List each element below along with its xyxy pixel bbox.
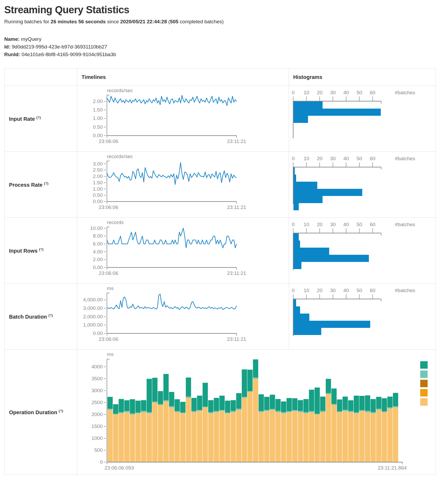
svg-text:23:06:06: 23:06:06 [99,270,118,276]
svg-text:2.00: 2.00 [93,257,103,262]
id-label: Id: [4,44,10,50]
since-word: since [106,19,120,24]
svg-text:10.00: 10.00 [90,225,103,231]
help-tooltip-icon[interactable]: (?) [59,409,63,413]
input-rows-label: Input Rows (?) [4,218,77,284]
start-timestamp: 2020/05/21 22:44:28 [120,19,167,24]
svg-text:23:11:21: 23:11:21 [227,336,246,342]
query-metadata: Name: myQuery Id: 9d0dd219-995d-423e-b97… [4,35,444,58]
runid-label: RunId: [4,52,20,57]
svg-text:23:11:21: 23:11:21 [227,139,246,144]
svg-text:0.00: 0.00 [93,133,103,138]
svg-text:60: 60 [370,156,375,161]
question-mark-icon: ? [38,115,40,119]
help-tooltip-icon[interactable]: (?) [36,115,41,119]
process-rate-histogram-chart: 0102030405060#batches [289,154,431,217]
query-id-line: Id: 9d0dd219-995d-423e-b97d-36931110bb27 [4,43,444,51]
svg-text:60: 60 [370,288,375,293]
svg-text:records/sec: records/sec [107,88,133,93]
svg-text:#batches: #batches [395,90,415,95]
help-paren: ) [42,247,43,251]
running-prefix: Running batches for [4,19,51,24]
svg-text:23:11:21.864: 23:11:21.864 [378,465,407,471]
row-label-text: Process Rate [9,182,43,188]
metric-column-header [4,69,77,86]
streaming-statistics-page: Streaming Query Statistics Running batch… [0,4,448,475]
statistics-table: Timelines Histograms Input Rate (?) reco… [4,68,436,475]
svg-text:40: 40 [343,288,349,293]
legend-swatch [420,389,428,396]
svg-text:records: records [107,220,124,225]
svg-text:0: 0 [292,222,295,227]
svg-text:0.50: 0.50 [93,192,103,198]
batch-duration-row: Batch Duration (?) ms0.001,000.002,000.0… [4,284,436,350]
svg-text:20: 20 [317,156,322,161]
row-label-text: Batch Duration [9,314,47,319]
question-mark-icon: ? [45,181,47,185]
svg-text:40: 40 [343,156,349,161]
svg-text:40: 40 [343,222,349,227]
col-header-timelines: Timelines [77,69,289,86]
svg-text:3.00: 3.00 [93,161,103,167]
svg-text:#batches: #batches [395,222,415,227]
svg-text:30: 30 [330,222,336,227]
input-rate-label: Input Rate (?) [4,86,77,152]
svg-text:3500: 3500 [92,376,103,381]
svg-text:20: 20 [317,288,322,293]
svg-text:0.00: 0.00 [93,199,103,204]
svg-text:2,000.00: 2,000.00 [83,314,103,319]
page-title: Streaming Query Statistics [4,4,444,16]
svg-text:0: 0 [292,288,295,293]
svg-text:500: 500 [94,447,103,453]
open-paren: ( [167,19,170,24]
help-tooltip-icon[interactable]: (?) [44,181,48,185]
svg-text:4,000.00: 4,000.00 [83,297,103,302]
operation-duration-row: Operation Duration (?) ms050010001500200… [4,350,436,475]
svg-text:2.00: 2.00 [93,99,103,104]
legend-swatch [420,371,428,378]
svg-text:6.00: 6.00 [93,241,103,247]
svg-text:2000: 2000 [92,412,103,417]
svg-text:60: 60 [370,222,375,227]
name-value: myQuery [21,36,41,42]
legend-swatch [420,380,428,387]
row-label-text: Operation Duration [9,409,57,415]
help-tooltip-icon[interactable]: (?) [39,247,43,251]
svg-text:#batches: #batches [395,156,415,161]
help-paren: ) [40,115,41,119]
svg-text:23:06:06.093: 23:06:06.093 [105,465,134,471]
svg-text:0: 0 [292,156,295,161]
batches-suffix: completed batches) [178,19,224,24]
svg-text:3,000.00: 3,000.00 [83,305,103,311]
running-duration: 26 minutes 56 seconds [51,19,106,24]
svg-text:50: 50 [356,156,362,161]
input-rate-histogram-chart: 0102030405060#batches [289,88,431,151]
svg-text:23:06:06: 23:06:06 [99,204,118,210]
input-rows-timeline-chart: records0.002.004.006.008.0010.0023:06:06… [77,220,284,283]
input-rows-row: Input Rows (?) records0.002.004.006.008.… [4,218,436,284]
svg-text:0.50: 0.50 [93,124,103,130]
svg-text:23:06:06: 23:06:06 [99,139,118,144]
svg-text:1000: 1000 [92,435,103,441]
help-tooltip-icon[interactable]: (?) [48,313,53,317]
input-rows-histogram-chart: 0102030405060#batches [289,220,431,283]
input-rate-row: Input Rate (?) records/sec0.000.501.001.… [4,86,436,152]
process-rate-row: Process Rate (?) records/sec0.000.501.00… [4,152,436,218]
svg-text:50: 50 [356,288,362,293]
row-label-text: Input Rate [9,116,35,122]
svg-text:20: 20 [317,90,322,95]
query-name-line: Name: myQuery [4,35,444,43]
table-header-row: Timelines Histograms [4,69,436,86]
batch-duration-label: Batch Duration (?) [4,284,77,350]
help-paren: ) [47,181,48,185]
svg-text:10: 10 [304,90,309,95]
question-mark-icon: ? [40,247,42,251]
svg-text:1.00: 1.00 [93,115,103,121]
svg-text:2.50: 2.50 [93,167,103,173]
svg-text:60: 60 [370,90,375,95]
col-header-histograms: Histograms [289,69,436,86]
svg-text:ms: ms [107,352,114,357]
query-runid-line: RunId: 04e101e6-8bf8-4165-9099-9104c951b… [4,51,444,58]
question-mark-icon: ? [49,313,52,317]
operation-duration-label: Operation Duration (?) [4,350,77,475]
